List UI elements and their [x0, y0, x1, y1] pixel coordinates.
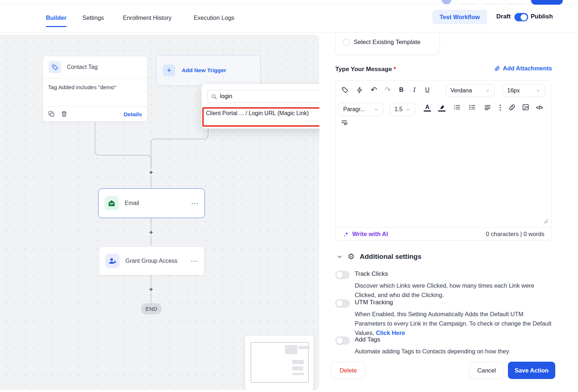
message-body-textarea[interactable] [336, 131, 552, 226]
cancel-button[interactable]: Cancel [469, 362, 504, 379]
save-action-button[interactable]: Save Action [508, 362, 555, 379]
underline-icon[interactable]: U [422, 85, 432, 95]
grant-group-access-node[interactable]: Grant Group Access ⋯ [99, 247, 204, 275]
option-label: Select Existing Template [354, 39, 420, 46]
font-size-select[interactable]: 16px [502, 84, 545, 97]
more-options-icon[interactable]: ⋮ [495, 102, 505, 112]
additional-settings-header[interactable]: ⚙ Additional settings [337, 253, 422, 261]
highlight-color-icon[interactable] [437, 102, 447, 112]
add-step-plus-2[interactable]: + [148, 229, 154, 236]
paragraph-style-select[interactable]: Paragr... [338, 103, 383, 116]
select-existing-template-option[interactable]: Select Existing Template [335, 32, 440, 55]
track-clicks-description: Discover which Links were Clicked, how m… [355, 281, 552, 300]
divider [43, 106, 147, 107]
publish-toggle[interactable] [514, 13, 528, 21]
write-with-ai-button[interactable]: Write with AI [343, 231, 388, 238]
canvas-minimap[interactable] [245, 336, 314, 390]
insert-link-icon[interactable] [507, 102, 517, 112]
utm-tracking-description: When Enabled, this Setting Automatically… [355, 309, 552, 337]
resize-handle[interactable] [543, 218, 548, 224]
node-title: Grant Group Access [125, 258, 177, 264]
node-menu-icon[interactable]: ⋯ [191, 257, 198, 265]
code-view-icon[interactable]: </> [534, 102, 544, 112]
label-text: Type Your Message [335, 66, 392, 73]
search-icon [211, 93, 217, 100]
add-tags-label: Add Tags [355, 336, 380, 343]
font-size-value: 16px [507, 87, 520, 94]
duplicate-icon[interactable] [48, 110, 55, 117]
node-menu-icon[interactable]: ⋯ [191, 199, 199, 208]
contact-tag-node[interactable]: Contact Tag Tag Added includes "demo" De… [43, 56, 147, 122]
add-step-plus-3[interactable]: + [148, 286, 154, 293]
font-family-select[interactable]: Verdana [446, 84, 495, 97]
utm-tracking-toggle[interactable] [335, 299, 350, 308]
add-new-trigger-button[interactable]: + Add New Trigger [156, 55, 261, 86]
italic-icon[interactable]: I [409, 85, 419, 95]
publish-label: Publish [531, 13, 553, 20]
radio-button[interactable] [343, 39, 350, 46]
draft-label: Draft [496, 13, 511, 20]
additional-settings-title: Additional settings [360, 253, 422, 261]
tab-enrollment-history[interactable]: Enrollment History [123, 14, 172, 21]
email-node[interactable]: Email ⋯ [98, 188, 205, 218]
trigger-search-box[interactable] [207, 90, 319, 103]
delete-button[interactable]: Delete [331, 362, 365, 379]
add-tags-description: Automate adding Tags to Contacts dependi… [355, 347, 552, 356]
quick-action-bolt-icon[interactable] [354, 85, 365, 95]
add-tags-toggle[interactable] [335, 336, 350, 345]
workflow-nav: Builder Settings Enrollment History Exec… [0, 4, 578, 32]
contact-tag-icon [49, 61, 61, 73]
bold-icon[interactable]: B [396, 85, 406, 95]
top-control-3[interactable] [505, 0, 524, 4]
minimap-viewport [251, 342, 309, 383]
text-wrap-icon[interactable] [339, 117, 349, 127]
add-attachments-button[interactable]: Add Attachments [494, 65, 552, 72]
action-config-panel: Select Existing Template Type Your Messa… [325, 32, 578, 392]
tab-builder[interactable]: Builder [46, 14, 66, 21]
workflow-canvas[interactable]: + + + Contact Tag Tag Added includes "de… [0, 35, 319, 390]
color-underbar [438, 110, 445, 112]
message-editor[interactable]: ↶ ↷ B I U Verdana 16px Paragr... 1.5 [335, 80, 552, 241]
redo-icon[interactable]: ↷ [383, 85, 393, 95]
trigger-condition: Tag Added includes "demo" [43, 78, 147, 96]
top-control-1[interactable] [458, 0, 477, 4]
required-mark: * [394, 66, 396, 73]
search-result-item[interactable]: Client Portal ... / Login URL (Magic Lin… [206, 110, 309, 117]
message-field-label: Type Your Message * [335, 66, 396, 73]
top-control-2[interactable] [482, 0, 500, 4]
sparkles-icon [343, 231, 349, 238]
click-here-link[interactable]: Click Here [376, 330, 405, 336]
align-icon[interactable] [482, 102, 492, 112]
top-bar [0, 0, 578, 4]
user-plus-icon [105, 254, 120, 268]
toggle-knob [521, 14, 527, 21]
avatar[interactable] [441, 0, 452, 4]
track-clicks-label: Track Clicks [355, 270, 388, 278]
details-link[interactable]: Details [124, 111, 142, 118]
chevron-down-icon [406, 107, 410, 112]
write-with-ai-label: Write with AI [352, 231, 388, 238]
test-workflow-button[interactable]: Test Workflow [432, 10, 487, 24]
add-step-plus-1[interactable]: + [148, 169, 154, 176]
trigger-search-input[interactable] [220, 93, 319, 100]
merge-tag-icon[interactable] [340, 85, 350, 95]
text-color-icon[interactable]: A [422, 102, 432, 112]
tab-execution-logs[interactable]: Execution Logs [194, 14, 234, 21]
chevron-down-icon [374, 107, 379, 112]
undo-icon[interactable]: ↶ [369, 85, 379, 95]
text-color-glyph: A [425, 104, 430, 110]
app-window: Builder Settings Enrollment History Exec… [0, 0, 578, 392]
track-clicks-toggle[interactable] [335, 271, 350, 279]
numbered-list-icon[interactable] [467, 102, 477, 112]
tab-settings[interactable]: Settings [82, 14, 104, 21]
trash-icon[interactable] [61, 110, 68, 117]
color-underbar [424, 110, 431, 112]
node-title: Email [125, 200, 139, 206]
insert-image-icon[interactable] [521, 102, 531, 112]
gear-icon: ⚙ [348, 253, 355, 261]
bullet-list-icon[interactable] [452, 102, 462, 112]
top-primary-button[interactable] [531, 0, 563, 5]
email-icon [104, 196, 119, 210]
toggle-knob [336, 300, 343, 307]
line-height-select[interactable]: 1.5 [390, 103, 415, 116]
